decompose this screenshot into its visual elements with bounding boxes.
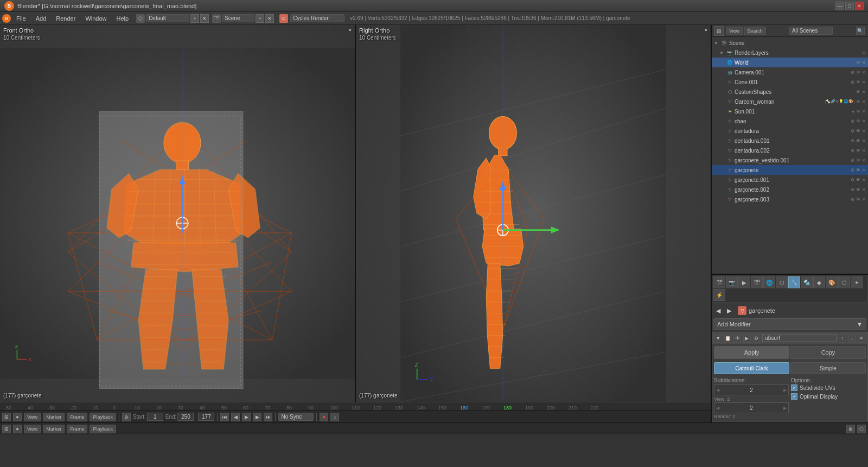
svg-rect-86 [400, 25, 666, 402]
prop-icon-world[interactable]: 🌐 [763, 276, 775, 288]
tree-garconete-vestido001[interactable]: ▽ garconete_vestido.001 ⚙ 👁 ✕ [712, 155, 868, 165]
prop-icon-material[interactable]: 🎨 [826, 276, 838, 288]
status-icon1[interactable]: ⊞ [2, 425, 11, 433]
viewport-front[interactable]: Front Ortho 10 Centimeters ● [0, 25, 356, 402]
current-frame[interactable]: 177 [198, 413, 214, 421]
minimize-button[interactable]: — [835, 2, 844, 10]
timeline-view[interactable]: View [24, 413, 41, 421]
subdivide-uvs-checkbox[interactable]: ✓ [791, 384, 797, 391]
tree-customshapes[interactable]: ⬡ CustomShapes 👁 ✕ [712, 87, 868, 97]
mod-expand[interactable]: ▼ [714, 334, 722, 343]
prop-icon-particles[interactable]: ✦ [851, 276, 863, 288]
clock-icon[interactable]: ⊕ [122, 413, 131, 421]
tree-chao[interactable]: ▽ chao ⚙ 👁 ✕ [712, 116, 868, 126]
tree-camera001[interactable]: 📹 Camera.001 ⚙ 👁 ✕ [712, 67, 868, 77]
audio-icon[interactable]: ♪ [330, 413, 339, 421]
timeline-playback[interactable]: Playback [90, 413, 116, 421]
mod-render2-icon[interactable]: ▶ [743, 334, 751, 343]
titlebar-controls[interactable]: — □ ✕ [835, 2, 864, 10]
tree-renderlayers[interactable]: ▼ 📷 RenderLayers ⚙ [712, 48, 868, 58]
menu-add[interactable]: Add [31, 14, 51, 23]
tree-world[interactable]: 🌐 World 👁 ✕ [712, 58, 868, 67]
scene-close[interactable]: ✕ [265, 14, 274, 23]
tree-scene[interactable]: ▼ 🎬 Scene [712, 38, 868, 48]
search-icon[interactable]: 🔍 [856, 27, 865, 35]
prop-icon-constraints[interactable]: 🔧 [788, 276, 800, 288]
add-modifier-button[interactable]: Add Modifier ▼ [713, 318, 866, 330]
status-marker[interactable]: Marker [43, 425, 65, 433]
prev-frame-btn[interactable]: ◀ [231, 413, 240, 421]
simple-tab[interactable]: Simple [790, 362, 866, 374]
sync-mode-select[interactable]: No Sync [278, 413, 314, 421]
tree-garconete001[interactable]: ▽ garçonete.001 ⚙ 👁 ✕ [712, 175, 868, 185]
catmull-clark-tab[interactable]: Catmull-Clark [714, 362, 789, 374]
prop-icon-output[interactable]: ▶ [738, 276, 750, 288]
prop-icon-physics[interactable]: ⚡ [713, 289, 725, 301]
scenes-dropdown[interactable]: All Scenes [789, 27, 833, 35]
prop-icon-render[interactable]: 🎬 [713, 276, 725, 288]
maximize-button[interactable]: □ [845, 2, 854, 10]
rec-icon[interactable]: ● [320, 413, 328, 421]
modifier-name-input[interactable] [762, 334, 837, 342]
view-label[interactable]: View [726, 27, 743, 35]
status-icon2[interactable]: ● [13, 425, 22, 433]
tree-garconete[interactable]: ▽ garçonete ⚙ 👁 ✕ [712, 165, 868, 175]
end-value[interactable]: 250 [177, 413, 194, 421]
prop-icon-scene[interactable]: 🎬 [751, 276, 763, 288]
mod-down-icon[interactable]: ↓ [848, 334, 856, 343]
tree-garconete002[interactable]: ▽ garçonete.002 ⚙ 👁 ✕ [712, 185, 868, 194]
workspace-add[interactable]: + [190, 14, 199, 23]
menu-render[interactable]: Render [52, 14, 80, 23]
scene-add[interactable]: + [256, 14, 264, 23]
jump-start-btn[interactable]: ⏮ [220, 413, 229, 421]
next-frame-btn[interactable]: ▶ [253, 413, 261, 421]
close-button[interactable]: ✕ [855, 2, 864, 10]
search-label[interactable]: Search [744, 27, 766, 35]
copy-button[interactable]: Copy [790, 346, 866, 359]
tree-garconete003[interactable]: ▽ garçonete.003 ⚙ 👁 ✕ [712, 194, 868, 204]
back-arrow-icon[interactable]: ◀ [714, 306, 723, 315]
tree-dentadura001[interactable]: ▽ dentadura.001 ⚙ 👁 ✕ [712, 136, 868, 146]
status-playback[interactable]: Playback [90, 425, 116, 433]
menu-help[interactable]: Help [112, 14, 133, 23]
jump-end-btn[interactable]: ⏭ [264, 413, 272, 421]
mod-render-icon[interactable]: 📋 [724, 334, 732, 343]
render-engine-select[interactable]: Cycles Render [290, 14, 344, 22]
status-icon4[interactable]: ⬡ [857, 425, 866, 433]
workspace-close[interactable]: ✕ [200, 14, 209, 23]
tree-dentadura[interactable]: ▽ dentadura ⚙ 👁 ✕ [712, 126, 868, 136]
workspace-select[interactable]: Default [146, 14, 189, 22]
timeline-frame[interactable]: Frame [67, 413, 87, 421]
status-frame[interactable]: Frame [67, 425, 87, 433]
view-input[interactable]: ◀ 2 ▶ [714, 384, 789, 395]
timeline-icon[interactable]: ⊞ [2, 413, 11, 421]
timeline-icon2[interactable]: ● [13, 413, 22, 421]
viewport-right[interactable]: Right Ortho 10 Centimeters ● [356, 25, 711, 402]
prop-icon-data[interactable]: ◆ [813, 276, 825, 288]
menu-file[interactable]: File [12, 14, 30, 23]
prop-icon-object[interactable]: ⬡ [776, 276, 788, 288]
tree-garcom-woman[interactable]: ▽ Garcom_woman |🦴🔗⚙💡🌐🎨| 👁 ✕ [712, 97, 868, 106]
status-view[interactable]: View [24, 425, 41, 433]
start-value[interactable]: 1 [147, 413, 163, 421]
tree-sun001[interactable]: ☀ Sun.001 ● 👁 ✕ [712, 106, 868, 116]
timeline-marker[interactable]: Marker [43, 413, 65, 421]
forward-arrow-icon[interactable]: ▶ [725, 306, 733, 315]
prop-icon-render2[interactable]: 📷 [726, 276, 738, 288]
mod-close-icon[interactable]: ✕ [858, 334, 865, 343]
play-btn[interactable]: ▶ [242, 413, 251, 421]
tree-dentadura002[interactable]: ▽ dentadura.002 ⚙ 👁 ✕ [712, 146, 868, 155]
panel-icon-scene[interactable]: ▤ [714, 26, 724, 36]
menu-window[interactable]: Window [81, 14, 111, 23]
tree-cone001[interactable]: ▽ Cone.001 ⚙ 👁 ✕ [712, 77, 868, 87]
render-input[interactable]: ◀ 2 ▶ [714, 402, 789, 413]
mod-eye-icon[interactable]: 👁 [733, 334, 741, 343]
mod-edit-icon[interactable]: ⚙ [753, 334, 761, 343]
prop-icon-modifier[interactable]: 🔩 [801, 276, 813, 288]
prop-icon-texture[interactable]: ⬡ [838, 276, 850, 288]
scene-select[interactable]: Scene [222, 14, 254, 22]
status-icon3[interactable]: ⊕ [846, 425, 855, 433]
optimal-display-checkbox[interactable]: ✓ [791, 393, 797, 400]
mod-up-icon[interactable]: ↑ [839, 334, 846, 343]
apply-button[interactable]: Apply [714, 346, 789, 359]
